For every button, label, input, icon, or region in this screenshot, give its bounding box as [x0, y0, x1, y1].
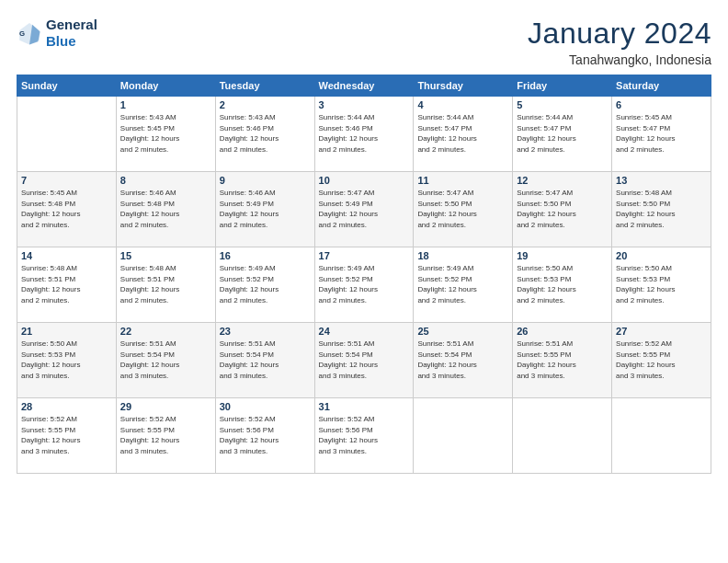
calendar-cell: 10Sunrise: 5:47 AMSunset: 5:49 PMDayligh… [314, 172, 414, 247]
day-info: Sunrise: 5:52 AMSunset: 5:55 PMDaylight:… [120, 414, 211, 456]
calendar-cell: 25Sunrise: 5:51 AMSunset: 5:54 PMDayligh… [414, 323, 513, 398]
day-info: Sunrise: 5:49 AMSunset: 5:52 PMDaylight:… [220, 263, 311, 305]
logo: G General Blue [17, 17, 97, 50]
day-number: 16 [220, 250, 311, 261]
calendar-cell: 11Sunrise: 5:47 AMSunset: 5:50 PMDayligh… [414, 172, 513, 247]
day-number: 15 [120, 250, 211, 261]
day-info: Sunrise: 5:50 AMSunset: 5:53 PMDaylight:… [616, 263, 707, 305]
calendar-table: SundayMondayTuesdayWednesdayThursdayFrid… [17, 75, 711, 474]
day-info: Sunrise: 5:52 AMSunset: 5:55 PMDaylight:… [616, 339, 707, 381]
calendar-cell [513, 398, 612, 474]
calendar-week-row: 1Sunrise: 5:43 AMSunset: 5:45 PMDaylight… [17, 97, 711, 172]
weekday-header-sunday: Sunday [17, 75, 117, 97]
calendar-cell: 26Sunrise: 5:51 AMSunset: 5:55 PMDayligh… [513, 323, 612, 398]
month-title: January 2024 [528, 17, 711, 51]
day-number: 10 [319, 175, 410, 186]
calendar-cell: 15Sunrise: 5:48 AMSunset: 5:51 PMDayligh… [116, 247, 215, 323]
day-info: Sunrise: 5:44 AMSunset: 5:47 PMDaylight:… [417, 112, 508, 155]
day-info: Sunrise: 5:52 AMSunset: 5:56 PMDaylight:… [319, 414, 410, 456]
day-number: 8 [120, 175, 211, 186]
day-info: Sunrise: 5:52 AMSunset: 5:56 PMDaylight:… [220, 414, 311, 456]
weekday-header-saturday: Saturday [612, 75, 711, 97]
day-number: 23 [220, 326, 311, 337]
day-number: 27 [616, 326, 707, 337]
calendar-cell: 9Sunrise: 5:46 AMSunset: 5:49 PMDaylight… [215, 172, 314, 247]
calendar-cell: 2Sunrise: 5:43 AMSunset: 5:46 PMDaylight… [215, 97, 314, 172]
calendar-cell: 24Sunrise: 5:51 AMSunset: 5:54 PMDayligh… [314, 323, 414, 398]
calendar-cell [612, 398, 711, 474]
calendar-cell: 23Sunrise: 5:51 AMSunset: 5:54 PMDayligh… [215, 323, 314, 398]
weekday-header-monday: Monday [116, 75, 215, 97]
weekday-header-friday: Friday [513, 75, 612, 97]
calendar-cell: 13Sunrise: 5:48 AMSunset: 5:50 PMDayligh… [612, 172, 711, 247]
day-info: Sunrise: 5:52 AMSunset: 5:55 PMDaylight:… [21, 414, 112, 456]
calendar-week-row: 28Sunrise: 5:52 AMSunset: 5:55 PMDayligh… [17, 398, 711, 474]
day-number: 28 [21, 401, 112, 412]
day-number: 30 [220, 401, 311, 412]
calendar-cell: 18Sunrise: 5:49 AMSunset: 5:52 PMDayligh… [414, 247, 513, 323]
weekday-header-row: SundayMondayTuesdayWednesdayThursdayFrid… [17, 75, 711, 97]
calendar-cell: 8Sunrise: 5:46 AMSunset: 5:48 PMDaylight… [116, 172, 215, 247]
calendar-cell: 16Sunrise: 5:49 AMSunset: 5:52 PMDayligh… [215, 247, 314, 323]
calendar-cell: 6Sunrise: 5:45 AMSunset: 5:47 PMDaylight… [612, 97, 711, 172]
calendar-week-row: 14Sunrise: 5:48 AMSunset: 5:51 PMDayligh… [17, 247, 711, 323]
day-number: 21 [21, 326, 112, 337]
calendar-cell: 31Sunrise: 5:52 AMSunset: 5:56 PMDayligh… [314, 398, 414, 474]
calendar-cell: 12Sunrise: 5:47 AMSunset: 5:50 PMDayligh… [513, 172, 612, 247]
day-number: 4 [417, 99, 508, 110]
day-number: 20 [616, 250, 707, 261]
day-info: Sunrise: 5:45 AMSunset: 5:47 PMDaylight:… [616, 112, 707, 155]
calendar-cell [414, 398, 513, 474]
day-number: 9 [220, 175, 311, 186]
day-number: 2 [220, 99, 311, 110]
calendar-cell: 28Sunrise: 5:52 AMSunset: 5:55 PMDayligh… [17, 398, 117, 474]
day-info: Sunrise: 5:50 AMSunset: 5:53 PMDaylight:… [21, 339, 112, 381]
day-number: 3 [319, 99, 410, 110]
calendar-cell: 5Sunrise: 5:44 AMSunset: 5:47 PMDaylight… [513, 97, 612, 172]
day-info: Sunrise: 5:49 AMSunset: 5:52 PMDaylight:… [319, 263, 410, 305]
calendar-cell: 22Sunrise: 5:51 AMSunset: 5:54 PMDayligh… [116, 323, 215, 398]
day-number: 29 [120, 401, 211, 412]
calendar-week-row: 21Sunrise: 5:50 AMSunset: 5:53 PMDayligh… [17, 323, 711, 398]
day-info: Sunrise: 5:47 AMSunset: 5:49 PMDaylight:… [319, 188, 410, 230]
calendar-cell: 21Sunrise: 5:50 AMSunset: 5:53 PMDayligh… [17, 323, 117, 398]
header: G General Blue January 2024 Tanahwangko,… [17, 17, 711, 67]
weekday-header-thursday: Thursday [414, 75, 513, 97]
calendar-page: G General Blue January 2024 Tanahwangko,… [0, 0, 728, 563]
day-info: Sunrise: 5:48 AMSunset: 5:51 PMDaylight:… [21, 263, 112, 305]
day-info: Sunrise: 5:45 AMSunset: 5:48 PMDaylight:… [21, 188, 112, 230]
day-number: 31 [319, 401, 410, 412]
day-number: 19 [517, 250, 608, 261]
location: Tanahwangko, Indonesia [528, 52, 711, 67]
day-info: Sunrise: 5:47 AMSunset: 5:50 PMDaylight:… [517, 188, 608, 230]
day-info: Sunrise: 5:44 AMSunset: 5:46 PMDaylight:… [319, 112, 410, 155]
day-info: Sunrise: 5:51 AMSunset: 5:54 PMDaylight:… [319, 339, 410, 381]
calendar-cell: 30Sunrise: 5:52 AMSunset: 5:56 PMDayligh… [215, 398, 314, 474]
day-number: 24 [319, 326, 410, 337]
calendar-cell: 3Sunrise: 5:44 AMSunset: 5:46 PMDaylight… [314, 97, 414, 172]
day-info: Sunrise: 5:51 AMSunset: 5:54 PMDaylight:… [220, 339, 311, 381]
svg-text:G: G [19, 29, 25, 38]
day-info: Sunrise: 5:44 AMSunset: 5:47 PMDaylight:… [517, 112, 608, 155]
calendar-cell: 4Sunrise: 5:44 AMSunset: 5:47 PMDaylight… [414, 97, 513, 172]
calendar-week-row: 7Sunrise: 5:45 AMSunset: 5:48 PMDaylight… [17, 172, 711, 247]
calendar-cell: 1Sunrise: 5:43 AMSunset: 5:45 PMDaylight… [116, 97, 215, 172]
day-number: 26 [517, 326, 608, 337]
day-number: 17 [319, 250, 410, 261]
day-number: 22 [120, 326, 211, 337]
day-info: Sunrise: 5:49 AMSunset: 5:52 PMDaylight:… [417, 263, 508, 305]
day-info: Sunrise: 5:51 AMSunset: 5:54 PMDaylight:… [417, 339, 508, 381]
day-number: 14 [21, 250, 112, 261]
day-info: Sunrise: 5:48 AMSunset: 5:50 PMDaylight:… [616, 188, 707, 230]
calendar-cell: 7Sunrise: 5:45 AMSunset: 5:48 PMDaylight… [17, 172, 117, 247]
logo-icon: G [17, 20, 42, 46]
day-info: Sunrise: 5:51 AMSunset: 5:54 PMDaylight:… [120, 339, 211, 381]
day-number: 6 [616, 99, 707, 110]
day-number: 18 [417, 250, 508, 261]
calendar-cell: 14Sunrise: 5:48 AMSunset: 5:51 PMDayligh… [17, 247, 117, 323]
day-number: 12 [517, 175, 608, 186]
day-info: Sunrise: 5:43 AMSunset: 5:46 PMDaylight:… [220, 112, 311, 155]
calendar-cell: 17Sunrise: 5:49 AMSunset: 5:52 PMDayligh… [314, 247, 414, 323]
calendar-cell: 27Sunrise: 5:52 AMSunset: 5:55 PMDayligh… [612, 323, 711, 398]
day-info: Sunrise: 5:50 AMSunset: 5:53 PMDaylight:… [517, 263, 608, 305]
